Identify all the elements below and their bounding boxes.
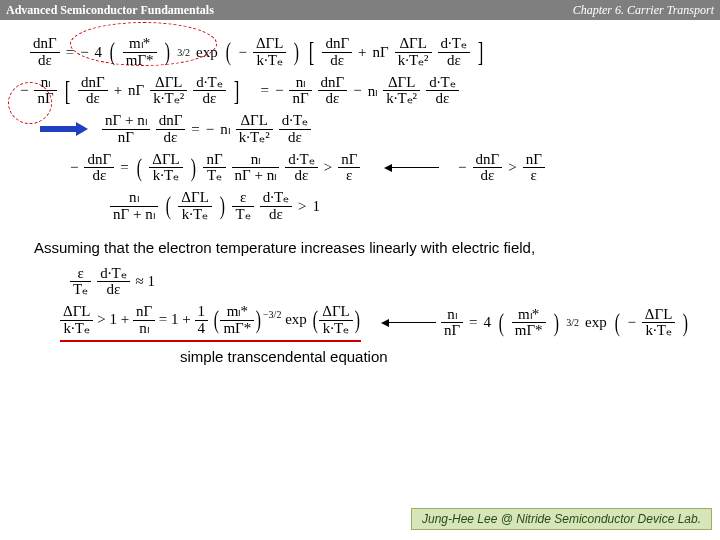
arrow-left-icon (384, 163, 439, 173)
equation-6: εTₑ d·Tₑdε ≈ 1 (70, 266, 690, 299)
implies-arrow-icon (40, 122, 88, 136)
slide-header: Advanced Semiconductor Fundamentals Chap… (0, 0, 720, 20)
equation-5: nₗnΓ + nₗ (ΔΓLk·Tₑ) εTₑ d·Tₑdε > 1 (110, 190, 690, 223)
course-title: Advanced Semiconductor Fundamentals (6, 3, 214, 18)
equation-2: − nₗnΓ [ dnΓdε + nΓ ΔΓLk·Tₑ² d·Tₑdε ] = … (20, 75, 690, 108)
assumption-text: Assuming that the electron temperature i… (34, 239, 690, 256)
equation-4: − dnΓdε = (ΔΓLk·Tₑ) nΓTₑ nₗnΓ + nₗ d·Tₑd… (70, 152, 690, 185)
slide-footer: Jung-Hee Lee @ Nitride Semiconductor Dev… (8, 508, 712, 530)
red-underline: ΔΓLk·Tₑ > 1 + nΓnₗ = 1 + 14 (mₗ*mΓ*)−3/2… (60, 304, 361, 342)
equation-3: nΓ + nₗnΓ dnΓdε = −nₗ ΔΓLk·Tₑ² d·Tₑdε (40, 113, 690, 146)
equation-7: ΔΓLk·Tₑ > 1 + nΓnₗ = 1 + 14 (mₗ*mΓ*)−3/2… (60, 304, 690, 342)
author-credit: Jung-Hee Lee @ Nitride Semiconductor Dev… (411, 508, 712, 530)
highlight-oval-2 (8, 82, 52, 124)
slide-content: dnΓdε = −4 (mₗ*mΓ*)3/2 exp (−ΔΓLk·Tₑ) [ … (0, 20, 720, 365)
highlight-oval-1 (70, 22, 217, 66)
arrow-left-icon (381, 318, 425, 328)
chapter-title: Chapter 6. Carrier Transport (573, 3, 714, 18)
caption-text: simple transcendental equation (180, 348, 690, 365)
